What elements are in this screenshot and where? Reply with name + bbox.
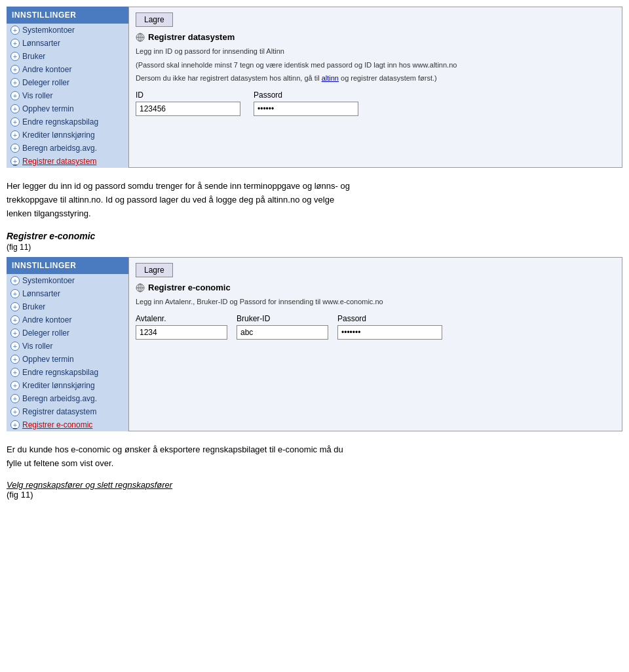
globe-icon (136, 33, 145, 42)
altinn-link[interactable]: altinn (322, 74, 339, 82)
avtalenr-field-group: Avtalenr. (136, 314, 227, 340)
sidebar-item-label: Deleger roller (22, 78, 69, 87)
bottom-sidebar-item-registrer-econ[interactable]: + Registrer e-conomic (7, 418, 128, 431)
footer-link[interactable]: Velg regnskapsfører og slett regnskapsfø… (7, 480, 172, 490)
plus-icon: + (10, 302, 20, 311)
sidebar-item-lonnsarter[interactable]: + Lønnsarter (7, 37, 128, 50)
bottom-sidebar-item-deleger-roller[interactable]: + Deleger roller (7, 326, 128, 340)
panel-title-text: Registrer datasystem (148, 32, 235, 42)
sidebar-item-label: Opphev termin (22, 104, 74, 113)
password-input[interactable] (254, 102, 358, 116)
brukerid-input[interactable] (237, 325, 328, 340)
footer-fig: (fig 11) (7, 490, 33, 500)
bottom-info-line1: Legg inn Avtalenr., Bruker-ID og Passord… (136, 296, 615, 307)
bottom-sidebar-item-bruker[interactable]: + Bruker (7, 300, 128, 313)
plus-icon: + (10, 52, 20, 61)
sidebar-item-label: Lønnsarter (22, 39, 60, 48)
plus-icon: + (10, 144, 20, 153)
bottom-password-input[interactable] (337, 325, 442, 340)
prose2-line2: fylle ut feltene som vist over. (7, 458, 113, 468)
info-line1: Legg inn ID og passord for innsending ti… (136, 46, 615, 57)
bottom-sidebar-item-andre-kontoer[interactable]: + Andre kontoer (7, 313, 128, 326)
sidebar-item-beregn[interactable]: + Beregn arbeidsg.avg. (7, 142, 128, 155)
password-label: Passord (254, 90, 358, 100)
info-line2: (Passord skal inneholde minst 7 tegn og … (136, 60, 615, 71)
sidebar-item-registrer-datasystem[interactable]: + Registrer datasystem (7, 155, 128, 168)
top-form-row: ID Passord (136, 90, 615, 116)
sidebar-item-label: Beregn arbeidsg.avg. (22, 144, 97, 153)
bottom-sidebar-item-registrer-datasystem[interactable]: + Registrer datasystem (7, 405, 128, 418)
bottom-form-row: Avtalenr. Bruker-ID Passord (136, 314, 615, 340)
id-field-group: ID (136, 90, 240, 116)
bottom-password-label: Passord (337, 314, 442, 323)
sidebar-item-label: Endre regnskapsbilag (22, 117, 98, 127)
plus-icon: + (10, 157, 20, 166)
bottom-section: INNSTILLINGER + Systemkontoer + Lønnsart… (7, 257, 622, 431)
plus-icon: + (10, 381, 20, 390)
sidebar-item-label: Andre kontoer (22, 65, 71, 74)
sidebar-item-krediter[interactable]: + Krediter lønnskjøring (7, 128, 128, 142)
sidebar-item-label: Bruker (22, 52, 45, 61)
prose-block-2: Er du kunde hos e-conomic og ønsker å ek… (7, 443, 622, 471)
plus-icon: + (10, 65, 20, 74)
sidebar-item-label: Vis roller (22, 342, 52, 351)
sidebar-item-vis-roller[interactable]: + Vis roller (7, 89, 128, 102)
plus-icon: + (10, 355, 20, 364)
bottom-panel-title: Registrer e-conomic (136, 283, 615, 292)
info-line3-end: og registrer datasystem først.) (341, 74, 437, 82)
sidebar-item-label: Krediter lønnskjøring (22, 381, 95, 390)
sidebar-item-label: Systemkontoer (22, 26, 75, 35)
bottom-sidebar-item-opphev-termin[interactable]: + Opphev termin (7, 353, 128, 366)
plus-icon: + (10, 394, 20, 403)
sidebar-item-bruker[interactable]: + Bruker (7, 50, 128, 63)
bottom-panel-title-text: Registrer e-conomic (148, 283, 231, 292)
sidebar-item-andre-kontoer[interactable]: + Andre kontoer (7, 63, 128, 76)
plus-icon: + (10, 276, 20, 285)
sidebar-item-systemkontoer[interactable]: + Systemkontoer (7, 24, 128, 37)
top-main-panel: Lagre Registrer datasystem Legg inn ID o… (128, 7, 622, 168)
plus-icon: + (10, 117, 20, 127)
prose2-line1: Er du kunde hos e-conomic og ønsker å ek… (7, 445, 343, 454)
sidebar-item-label: Endre regnskapsbilag (22, 368, 98, 377)
top-panel-title: Registrer datasystem (136, 32, 615, 42)
id-input[interactable] (136, 102, 240, 116)
bottom-sidebar-item-systemkontoer[interactable]: + Systemkontoer (7, 274, 128, 287)
bottom-sidebar-item-krediter[interactable]: + Krediter lønnskjøring (7, 379, 128, 392)
id-label: ID (136, 90, 240, 100)
avtalenr-label: Avtalenr. (136, 314, 227, 323)
plus-icon: + (10, 78, 20, 87)
bottom-sidebar-item-lonnsarter[interactable]: + Lønnsarter (7, 287, 128, 300)
plus-icon: + (10, 91, 20, 100)
plus-icon: + (10, 328, 20, 338)
sidebar-item-label: Opphev termin (22, 355, 74, 364)
bottom-main-panel: Lagre Registrer e-conomic Legg inn Avtal… (128, 257, 622, 431)
plus-icon: + (10, 368, 20, 377)
bottom-save-button[interactable]: Lagre (136, 263, 173, 277)
bottom-sidebar-item-vis-roller[interactable]: + Vis roller (7, 340, 128, 353)
prose-block-1: Her legger du inn id og passord somdu tr… (7, 180, 622, 220)
sidebar-item-endre-regnskapsbilag[interactable]: + Endre regnskapsbilag (7, 115, 128, 128)
top-sidebar: INNSTILLINGER + Systemkontoer + Lønnsart… (7, 7, 128, 168)
info-line3: Dersom du ikke har registrert datasystem… (136, 73, 615, 84)
prose1-line1: Her legger du inn id og passord somdu tr… (7, 181, 350, 191)
top-save-button[interactable]: Lagre (136, 12, 173, 27)
bottom-password-field-group: Passord (337, 314, 442, 340)
bottom-sidebar-item-beregn[interactable]: + Beregn arbeidsg.avg. (7, 392, 128, 405)
bottom-sidebar: INNSTILLINGER + Systemkontoer + Lønnsart… (7, 257, 128, 431)
sidebar-item-label: Bruker (22, 302, 45, 311)
avtalenr-input[interactable] (136, 325, 227, 340)
bottom-sidebar-item-endre[interactable]: + Endre regnskapsbilag (7, 366, 128, 379)
sidebar-item-label: Systemkontoer (22, 276, 75, 285)
sidebar-item-label: Registrer datasystem (22, 157, 96, 166)
sidebar-item-deleger-roller[interactable]: + Deleger roller (7, 76, 128, 89)
sidebar-item-label: Vis roller (22, 91, 52, 100)
plus-icon: + (10, 104, 20, 113)
top-section: INNSTILLINGER + Systemkontoer + Lønnsart… (7, 7, 622, 168)
sidebar-item-opphev-termin[interactable]: + Opphev termin (7, 102, 128, 115)
sidebar-item-label: Registrer e-conomic (22, 420, 92, 429)
bottom-section-fig: (fig 11) (7, 243, 622, 252)
sidebar-item-label: Registrer datasystem (22, 407, 96, 416)
plus-icon: + (10, 342, 20, 351)
prose1-line3: lenken tilgangsstyring. (7, 208, 91, 218)
sidebar-item-label: Deleger roller (22, 328, 69, 338)
